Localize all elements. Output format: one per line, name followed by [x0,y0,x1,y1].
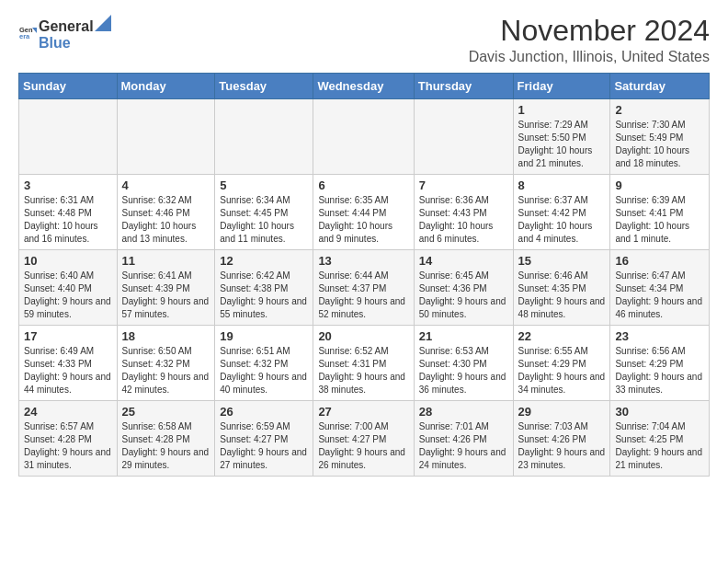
calendar-cell: 17Sunrise: 6:49 AM Sunset: 4:33 PM Dayli… [19,326,118,401]
day-number: 5 [220,178,308,192]
header: Gen era General Blue November 2024 Davis… [18,15,710,65]
day-number: 23 [615,329,704,343]
day-number: 19 [220,329,308,343]
day-info: Sunrise: 6:39 AM Sunset: 4:41 PM Dayligh… [615,194,704,246]
weekday-header-saturday: Saturday [610,74,710,99]
calendar-cell: 1Sunrise: 7:29 AM Sunset: 5:50 PM Daylig… [513,99,610,175]
calendar-cell: 25Sunrise: 6:58 AM Sunset: 4:28 PM Dayli… [117,401,215,477]
calendar-cell: 27Sunrise: 7:00 AM Sunset: 4:27 PM Dayli… [313,401,414,477]
day-info: Sunrise: 7:00 AM Sunset: 4:27 PM Dayligh… [318,420,408,472]
calendar-cell: 9Sunrise: 6:39 AM Sunset: 4:41 PM Daylig… [610,175,710,250]
calendar-cell: 4Sunrise: 6:32 AM Sunset: 4:46 PM Daylig… [117,175,215,250]
day-info: Sunrise: 6:46 AM Sunset: 4:35 PM Dayligh… [518,270,606,321]
day-number: 28 [419,405,508,419]
day-info: Sunrise: 7:04 AM Sunset: 4:25 PM Dayligh… [615,420,704,472]
day-number: 11 [122,254,210,268]
day-number: 12 [220,254,308,268]
day-number: 26 [220,405,308,419]
day-number: 21 [419,329,508,343]
day-number: 6 [318,178,408,192]
calendar-header: SundayMondayTuesdayWednesdayThursdayFrid… [19,74,710,99]
day-number: 17 [24,329,112,343]
calendar-cell: 7Sunrise: 6:36 AM Sunset: 4:43 PM Daylig… [414,175,513,250]
weekday-header-thursday: Thursday [414,74,513,99]
day-number: 3 [24,178,112,192]
day-number: 10 [24,254,112,268]
svg-marker-3 [95,15,111,31]
day-info: Sunrise: 6:32 AM Sunset: 4:46 PM Dayligh… [122,194,210,246]
calendar-cell: 18Sunrise: 6:50 AM Sunset: 4:32 PM Dayli… [117,326,215,401]
calendar-cell: 14Sunrise: 6:45 AM Sunset: 4:36 PM Dayli… [414,250,513,326]
calendar-cell [19,99,118,175]
calendar-week-2: 3Sunrise: 6:31 AM Sunset: 4:48 PM Daylig… [19,175,710,250]
calendar-week-4: 17Sunrise: 6:49 AM Sunset: 4:33 PM Dayli… [19,326,710,401]
day-info: Sunrise: 6:45 AM Sunset: 4:36 PM Dayligh… [419,270,508,321]
calendar-cell: 3Sunrise: 6:31 AM Sunset: 4:48 PM Daylig… [19,175,118,250]
day-info: Sunrise: 6:47 AM Sunset: 4:34 PM Dayligh… [615,270,704,321]
day-info: Sunrise: 7:03 AM Sunset: 4:26 PM Dayligh… [518,420,606,472]
day-number: 27 [318,405,408,419]
logo-triangle-icon [95,15,111,31]
weekday-header-sunday: Sunday [19,74,118,99]
svg-text:era: era [19,32,30,40]
weekday-header-tuesday: Tuesday [215,74,313,99]
weekday-header-row: SundayMondayTuesdayWednesdayThursdayFrid… [19,74,710,99]
calendar-cell: 20Sunrise: 6:52 AM Sunset: 4:31 PM Dayli… [313,326,414,401]
day-number: 13 [318,254,408,268]
day-info: Sunrise: 6:55 AM Sunset: 4:29 PM Dayligh… [518,345,606,396]
calendar-cell [313,99,414,175]
title-area: November 2024 Davis Junction, Illinois, … [469,15,710,65]
day-info: Sunrise: 6:44 AM Sunset: 4:37 PM Dayligh… [318,270,408,321]
day-number: 16 [615,254,704,268]
calendar-week-5: 24Sunrise: 6:57 AM Sunset: 4:28 PM Dayli… [19,401,710,477]
calendar-cell: 24Sunrise: 6:57 AM Sunset: 4:28 PM Dayli… [19,401,118,477]
calendar-cell: 26Sunrise: 6:59 AM Sunset: 4:27 PM Dayli… [215,401,313,477]
day-info: Sunrise: 6:51 AM Sunset: 4:32 PM Dayligh… [220,345,308,396]
day-number: 18 [122,329,210,343]
weekday-header-wednesday: Wednesday [313,74,414,99]
logo: Gen era General Blue [18,15,111,52]
day-info: Sunrise: 6:58 AM Sunset: 4:28 PM Dayligh… [122,420,210,472]
calendar-cell: 22Sunrise: 6:55 AM Sunset: 4:29 PM Dayli… [513,326,610,401]
day-info: Sunrise: 6:41 AM Sunset: 4:39 PM Dayligh… [122,270,210,321]
calendar-week-1: 1Sunrise: 7:29 AM Sunset: 5:50 PM Daylig… [19,99,710,175]
day-number: 2 [615,103,704,117]
day-info: Sunrise: 6:37 AM Sunset: 4:42 PM Dayligh… [518,194,606,246]
weekday-header-friday: Friday [513,74,610,99]
day-number: 14 [419,254,508,268]
calendar-cell: 6Sunrise: 6:35 AM Sunset: 4:44 PM Daylig… [313,175,414,250]
day-info: Sunrise: 6:50 AM Sunset: 4:32 PM Dayligh… [122,345,210,396]
calendar-cell: 21Sunrise: 6:53 AM Sunset: 4:30 PM Dayli… [414,326,513,401]
day-info: Sunrise: 6:59 AM Sunset: 4:27 PM Dayligh… [220,420,308,472]
calendar-cell: 12Sunrise: 6:42 AM Sunset: 4:38 PM Dayli… [215,250,313,326]
day-info: Sunrise: 6:52 AM Sunset: 4:31 PM Dayligh… [318,345,408,396]
day-info: Sunrise: 7:01 AM Sunset: 4:26 PM Dayligh… [419,420,508,472]
calendar-cell: 2Sunrise: 7:30 AM Sunset: 5:49 PM Daylig… [610,99,710,175]
logo-icon: Gen era [18,24,37,42]
day-number: 4 [122,178,210,192]
day-number: 24 [24,405,112,419]
page-title: November 2024 [469,15,710,47]
day-info: Sunrise: 6:56 AM Sunset: 4:29 PM Dayligh… [615,345,704,396]
day-info: Sunrise: 6:42 AM Sunset: 4:38 PM Dayligh… [220,270,308,321]
calendar-cell: 28Sunrise: 7:01 AM Sunset: 4:26 PM Dayli… [414,401,513,477]
logo-general: General [39,18,94,35]
calendar-body: 1Sunrise: 7:29 AM Sunset: 5:50 PM Daylig… [19,99,710,477]
day-number: 25 [122,405,210,419]
day-number: 8 [518,178,606,192]
day-info: Sunrise: 6:36 AM Sunset: 4:43 PM Dayligh… [419,194,508,246]
calendar-cell: 30Sunrise: 7:04 AM Sunset: 4:25 PM Dayli… [610,401,710,477]
day-number: 9 [615,178,704,192]
calendar-cell: 11Sunrise: 6:41 AM Sunset: 4:39 PM Dayli… [117,250,215,326]
day-info: Sunrise: 6:40 AM Sunset: 4:40 PM Dayligh… [24,270,112,321]
logo-text-block: General Blue [39,15,111,52]
calendar-cell: 29Sunrise: 7:03 AM Sunset: 4:26 PM Dayli… [513,401,610,477]
calendar-cell: 5Sunrise: 6:34 AM Sunset: 4:45 PM Daylig… [215,175,313,250]
day-number: 20 [318,329,408,343]
weekday-header-monday: Monday [117,74,215,99]
day-info: Sunrise: 7:30 AM Sunset: 5:49 PM Dayligh… [615,119,704,170]
logo-blue: Blue [39,35,71,51]
svg-marker-2 [32,28,37,33]
day-info: Sunrise: 6:31 AM Sunset: 4:48 PM Dayligh… [24,194,112,246]
calendar-cell: 19Sunrise: 6:51 AM Sunset: 4:32 PM Dayli… [215,326,313,401]
